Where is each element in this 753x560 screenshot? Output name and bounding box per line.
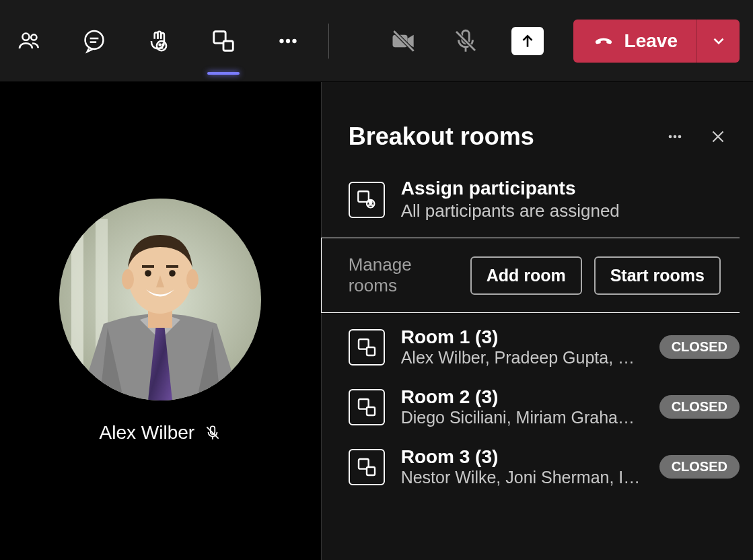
mic-off-icon bbox=[452, 27, 480, 55]
start-rooms-button[interactable]: Start rooms bbox=[594, 256, 721, 295]
assign-subtitle: All participants are assigned bbox=[401, 201, 620, 221]
svg-point-26 bbox=[122, 269, 134, 289]
panel-header: Breakout rooms bbox=[322, 82, 740, 151]
toolbar-left-group bbox=[13, 25, 304, 57]
assign-title: Assign participants bbox=[401, 178, 620, 199]
manage-rooms-label: Manage rooms bbox=[349, 254, 458, 296]
assign-participants-icon bbox=[355, 188, 378, 211]
main-area: Alex Wilber Breakout rooms bbox=[0, 82, 753, 560]
toolbar-divider bbox=[328, 24, 329, 59]
room-members: Diego Siciliani, Miriam Graham, … bbox=[401, 408, 643, 427]
leave-label: Leave bbox=[624, 30, 678, 52]
breakout-rooms-button[interactable] bbox=[207, 25, 240, 57]
panel-more-button[interactable] bbox=[661, 123, 688, 150]
room-info: Room 1 (3) Alex Wilber, Pradeep Gupta, D… bbox=[401, 326, 643, 368]
svg-point-27 bbox=[186, 269, 199, 289]
raise-hand-icon bbox=[146, 28, 172, 54]
share-arrow-icon bbox=[519, 32, 536, 50]
more-actions-button[interactable] bbox=[272, 25, 304, 57]
share-screen-button[interactable] bbox=[511, 27, 544, 55]
assign-text: Assign participants All participants are… bbox=[401, 178, 620, 221]
chat-button[interactable] bbox=[78, 25, 110, 57]
panel-title: Breakout rooms bbox=[349, 123, 653, 151]
room-status-badge: CLOSED bbox=[659, 455, 740, 479]
reactions-button[interactable] bbox=[143, 25, 175, 57]
toolbar-right-group: Leave bbox=[388, 20, 740, 63]
participants-button[interactable] bbox=[13, 25, 46, 57]
add-room-button[interactable]: Add room bbox=[470, 256, 582, 295]
leave-options-button[interactable] bbox=[696, 20, 740, 63]
room-icon-container bbox=[349, 449, 385, 485]
svg-point-2 bbox=[85, 30, 104, 48]
room-members: Nestor Wilke, Joni Sherman, Isai… bbox=[401, 468, 643, 487]
room-title: Room 2 (3) bbox=[401, 386, 643, 408]
svg-point-29 bbox=[170, 270, 176, 277]
meeting-toolbar: Leave bbox=[0, 0, 753, 82]
more-icon bbox=[666, 127, 684, 146]
room-icon bbox=[356, 396, 378, 418]
svg-point-11 bbox=[286, 38, 290, 42]
room-title: Room 1 (3) bbox=[401, 326, 643, 348]
muted-icon bbox=[204, 424, 221, 442]
manage-rooms-bar: Manage rooms Add room Start rooms bbox=[321, 238, 740, 313]
svg-point-42 bbox=[369, 201, 371, 203]
camera-off-icon bbox=[389, 26, 419, 56]
svg-point-0 bbox=[22, 33, 29, 40]
svg-rect-22 bbox=[71, 219, 83, 380]
chat-icon bbox=[81, 28, 107, 54]
room-icon bbox=[356, 456, 378, 478]
avatar-image bbox=[59, 199, 261, 400]
svg-rect-30 bbox=[142, 265, 154, 268]
room-info: Room 3 (3) Nestor Wilke, Joni Sherman, I… bbox=[401, 446, 643, 487]
rooms-icon bbox=[211, 28, 236, 54]
svg-point-5 bbox=[157, 41, 166, 50]
svg-point-10 bbox=[279, 38, 283, 42]
participant-avatar bbox=[59, 199, 261, 400]
leave-button-group: Leave bbox=[573, 20, 740, 63]
participant-name: Alex Wilber bbox=[100, 422, 195, 444]
svg-rect-9 bbox=[223, 41, 233, 50]
svg-rect-31 bbox=[166, 265, 178, 268]
panel-close-button[interactable] bbox=[705, 123, 731, 150]
people-icon bbox=[17, 28, 42, 54]
room-members: Alex Wilber, Pradeep Gupta, De… bbox=[401, 348, 643, 368]
room-item[interactable]: Room 2 (3) Diego Siciliani, Miriam Graha… bbox=[349, 386, 740, 427]
room-list: Room 1 (3) Alex Wilber, Pradeep Gupta, D… bbox=[322, 313, 740, 487]
leave-button[interactable]: Leave bbox=[573, 20, 696, 63]
assign-icon-container bbox=[349, 182, 385, 218]
svg-rect-48 bbox=[367, 467, 375, 475]
svg-rect-46 bbox=[367, 407, 375, 415]
svg-rect-40 bbox=[358, 191, 369, 202]
room-icon bbox=[356, 337, 378, 358]
breakout-rooms-panel: Breakout rooms bbox=[322, 82, 753, 560]
participant-name-row: Alex Wilber bbox=[100, 422, 222, 444]
room-item[interactable]: Room 3 (3) Nestor Wilke, Joni Sherman, I… bbox=[349, 446, 740, 487]
room-icon-container bbox=[349, 389, 385, 425]
room-icon-container bbox=[349, 329, 385, 365]
room-title: Room 3 (3) bbox=[401, 446, 643, 468]
svg-point-36 bbox=[674, 135, 677, 139]
svg-point-28 bbox=[145, 270, 152, 277]
camera-button[interactable] bbox=[388, 25, 420, 57]
room-status-badge: CLOSED bbox=[659, 395, 740, 419]
chevron-down-icon bbox=[710, 32, 727, 50]
mic-button[interactable] bbox=[450, 25, 482, 57]
svg-point-35 bbox=[669, 135, 672, 139]
room-info: Room 2 (3) Diego Siciliani, Miriam Graha… bbox=[401, 386, 643, 427]
room-status-badge: CLOSED bbox=[659, 335, 740, 359]
close-icon bbox=[709, 128, 727, 145]
more-icon bbox=[275, 28, 301, 54]
hangup-icon bbox=[592, 30, 615, 53]
svg-point-1 bbox=[31, 34, 36, 40]
svg-rect-44 bbox=[367, 347, 375, 355]
svg-point-37 bbox=[678, 135, 682, 139]
video-stage: Alex Wilber bbox=[0, 82, 322, 560]
svg-point-7 bbox=[162, 44, 164, 45]
assign-participants-row[interactable]: Assign participants All participants are… bbox=[322, 151, 740, 238]
svg-point-12 bbox=[292, 38, 296, 42]
svg-point-6 bbox=[159, 44, 161, 45]
room-item[interactable]: Room 1 (3) Alex Wilber, Pradeep Gupta, D… bbox=[349, 326, 740, 368]
